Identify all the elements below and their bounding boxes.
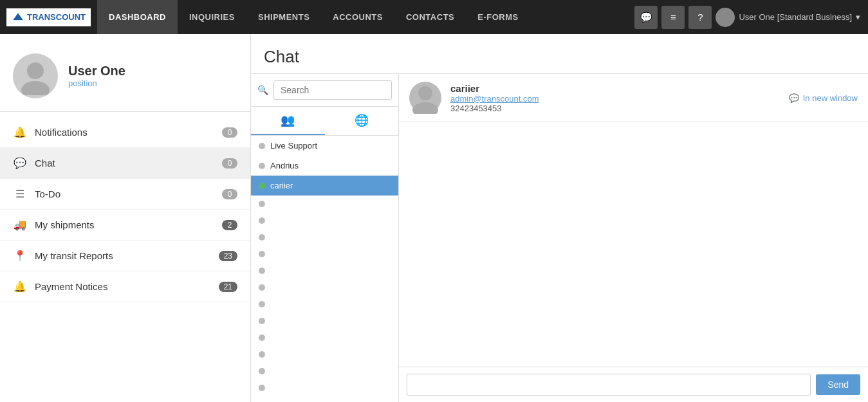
contact-avatar	[409, 82, 441, 114]
sidebar-item-label: My transit Reports	[35, 250, 219, 261]
contact-item-empty-3[interactable]	[251, 229, 398, 246]
sidebar-item-my-shipments[interactable]: 🚚 My shipments 2	[0, 210, 250, 241]
nav-shipments[interactable]: SHIPMENTS	[246, 0, 321, 34]
contact-item-empty-6[interactable]	[251, 279, 398, 296]
chat-list-panel: 🔍 👥 🌐 Live Support	[251, 74, 399, 402]
chat-window: cariier admin@transcount.com 32423453453…	[399, 74, 868, 402]
message-input[interactable]	[407, 374, 811, 396]
tab-globe[interactable]: 🌐	[325, 107, 399, 135]
status-dot	[259, 351, 265, 358]
chat-icon-button[interactable]: 💬	[634, 6, 658, 29]
status-dot	[259, 318, 265, 324]
contact-item-empty-11[interactable]	[251, 363, 398, 379]
todo-icon: ☰	[13, 188, 27, 200]
avatar-icon	[16, 57, 55, 95]
contact-item-empty-4[interactable]	[251, 246, 398, 262]
status-dot	[259, 201, 265, 207]
help-icon-button[interactable]: ?	[688, 6, 712, 29]
sidebar-profile: User One position	[0, 47, 250, 111]
chat-input-area: Send	[399, 367, 868, 402]
nav-user-label: User One [Standard Business]	[739, 12, 852, 22]
notifications-badge: 0	[222, 127, 237, 138]
sidebar-item-chat[interactable]: 💬 Chat 0	[0, 148, 250, 179]
transit-icon: 📍	[13, 250, 27, 262]
contact-name: Andrius	[270, 161, 299, 170]
sidebar-item-label: To-Do	[35, 188, 222, 199]
nav-right: 💬 ≡ ? User One [Standard Business] ▾	[634, 6, 868, 29]
sidebar-item-label: Notifications	[35, 127, 222, 138]
sidebar-item-transit-reports[interactable]: 📍 My transit Reports 23	[0, 241, 250, 271]
contact-item-empty-10[interactable]	[251, 346, 398, 363]
top-navigation: TRANSCOUNT DASHBOARD INQUIRIES SHIPMENTS…	[0, 0, 868, 34]
chat-section: Chat 🔍 👥 🌐	[251, 34, 868, 402]
contact-name: cariier	[270, 181, 293, 190]
new-window-icon: 💬	[789, 93, 799, 103]
sidebar-item-todo[interactable]: ☰ To-Do 0	[0, 179, 250, 210]
sidebar: User One position 🔔 Notifications 0 💬 Ch…	[0, 34, 251, 402]
chat-search-bar: 🔍	[251, 74, 398, 107]
chat-contact-header: cariier admin@transcount.com 32423453453…	[399, 74, 868, 122]
status-dot	[259, 334, 265, 341]
profile-position: position	[68, 78, 125, 88]
contact-item-live-support[interactable]: Live Support	[251, 136, 398, 156]
sidebar-divider	[0, 111, 250, 112]
contact-avatar-icon	[409, 82, 441, 114]
shipments-badge: 2	[222, 220, 237, 230]
chat-contacts-list: Live Support Andrius cariier	[251, 136, 398, 402]
status-dot	[259, 217, 265, 224]
logo-area[interactable]: TRANSCOUNT	[0, 0, 97, 34]
in-new-window-button[interactable]: 💬 In new window	[789, 93, 858, 103]
chat-title: Chat	[251, 34, 868, 74]
chat-body: 🔍 👥 🌐 Live Support	[251, 74, 868, 402]
svg-point-3	[21, 81, 50, 95]
chat-tabs: 👥 🌐	[251, 107, 398, 136]
nav-eforms[interactable]: E-FORMS	[466, 0, 530, 34]
notifications-icon: 🔔	[13, 126, 27, 138]
svg-point-4	[418, 86, 432, 100]
sidebar-item-payment-notices[interactable]: 🔔 Payment Notices 21	[0, 271, 250, 302]
logo-box: TRANSCOUNT	[6, 8, 91, 26]
selected-contact-email[interactable]: admin@transcount.com	[450, 94, 780, 104]
status-dot	[259, 183, 265, 189]
chat-badge: 0	[222, 158, 237, 169]
profile-name: User One	[68, 64, 125, 78]
user-menu[interactable]: User One [Standard Business] ▾	[716, 8, 860, 27]
main-content: Chat 🔍 👥 🌐	[251, 34, 868, 402]
nav-contacts[interactable]: CONTACTS	[394, 0, 466, 34]
logo-text: TRANSCOUNT	[27, 12, 86, 22]
nav-user-avatar	[716, 8, 735, 27]
nav-accounts[interactable]: ACCOUNTS	[321, 0, 394, 34]
status-dot	[259, 251, 265, 257]
nav-dashboard[interactable]: DASHBOARD	[97, 0, 178, 34]
contact-item-empty-5[interactable]	[251, 262, 398, 279]
tab-contacts[interactable]: 👥	[251, 107, 325, 135]
contact-item-empty-2[interactable]	[251, 212, 398, 229]
shipments-icon: 🚚	[13, 219, 27, 231]
contact-item-empty-8[interactable]	[251, 313, 398, 329]
sidebar-item-notifications[interactable]: 🔔 Notifications 0	[0, 117, 250, 148]
nav-inquiries[interactable]: INQUIRIES	[178, 0, 246, 34]
status-dot	[259, 163, 265, 169]
svg-point-2	[27, 62, 44, 79]
contact-item-empty-12[interactable]	[251, 379, 398, 396]
contact-item-empty-9[interactable]	[251, 329, 398, 346]
main-layout: User One position 🔔 Notifications 0 💬 Ch…	[0, 34, 868, 402]
search-input[interactable]	[273, 80, 392, 100]
status-dot	[259, 234, 265, 241]
contact-item-andrius[interactable]: Andrius	[251, 156, 398, 176]
selected-contact-phone: 32423453453	[450, 104, 780, 113]
list-icon-button[interactable]: ≡	[661, 6, 685, 29]
contact-item-cariier[interactable]: cariier	[251, 176, 398, 196]
contact-item-empty-1[interactable]	[251, 196, 398, 212]
contacts-tab-icon: 👥	[281, 114, 295, 127]
in-new-window-label: In new window	[803, 93, 858, 103]
chat-sidebar-icon: 💬	[13, 157, 27, 169]
svg-marker-0	[13, 13, 24, 21]
send-button[interactable]: Send	[816, 374, 860, 395]
profile-info: User One position	[68, 64, 125, 88]
globe-tab-icon: 🌐	[355, 114, 369, 127]
chat-messages	[399, 122, 868, 367]
status-dot	[259, 368, 265, 374]
sidebar-item-label: My shipments	[35, 219, 222, 230]
contact-item-empty-7[interactable]	[251, 296, 398, 313]
